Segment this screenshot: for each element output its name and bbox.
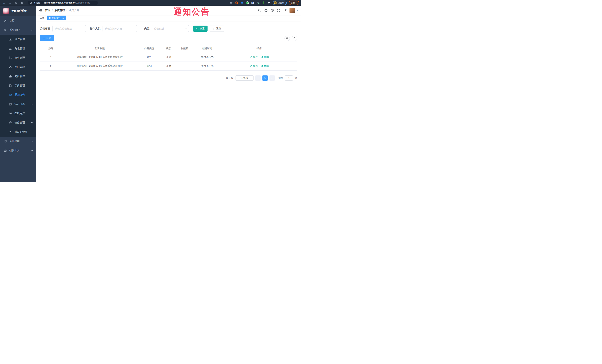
chevron-down-icon xyxy=(31,149,33,152)
edit-pencil-icon xyxy=(249,64,252,67)
breadcrumb-separator: / xyxy=(52,9,53,12)
edit-link[interactable]: 修改 xyxy=(249,55,258,59)
search-icon xyxy=(286,37,288,40)
close-icon[interactable]: × xyxy=(62,17,64,19)
app-logo[interactable]: 芋道管理系统 xyxy=(0,6,36,16)
sidebar-item-错误码管理[interactable]: 错误码管理 xyxy=(0,127,36,137)
help-icon[interactable] xyxy=(271,9,274,12)
address-bar[interactable]: 不安全 | dashboard.yudao.iocoder.cn/system/… xyxy=(28,1,98,5)
tag-label: 首页 xyxy=(40,17,44,20)
security-label: 不安全 xyxy=(34,1,40,4)
green-circle-extension-icon[interactable] xyxy=(246,1,249,4)
home-icon xyxy=(21,1,23,4)
browser-update-button[interactable]: 更新 ••• xyxy=(289,0,299,5)
puzzle-extensions-icon[interactable] xyxy=(267,1,271,4)
browser-profile-chip[interactable]: 已暂停 xyxy=(273,0,287,5)
sidebar-item-基础设施[interactable]: 基础设施 xyxy=(0,137,36,146)
type-filter-select[interactable] xyxy=(152,25,189,32)
header-search-icon[interactable] xyxy=(258,9,261,12)
app-title: 芋道管理系统 xyxy=(11,9,27,13)
sidebar-item-短信管理[interactable]: 短信管理 xyxy=(0,118,36,127)
blue-diamond-extension-icon[interactable] xyxy=(251,1,254,4)
browser-back-button[interactable]: ← xyxy=(2,0,7,5)
sidebar-item-角色管理[interactable]: 角色管理 xyxy=(0,44,36,53)
goto-page-input[interactable] xyxy=(285,75,293,81)
sidebar-collapse-icon[interactable] xyxy=(39,9,42,12)
edit-link[interactable]: 修改 xyxy=(249,64,258,67)
font-size-icon[interactable]: тT xyxy=(283,9,287,12)
sidebar-item-研发工具[interactable]: 研发工具 xyxy=(0,146,36,155)
page-number-button[interactable]: 1 xyxy=(262,75,268,81)
breadcrumb-item-首页[interactable]: 首页 xyxy=(45,9,50,12)
search-button[interactable]: 搜索 xyxy=(193,26,207,32)
tools-icon xyxy=(4,149,7,152)
prev-page-button[interactable]: ‹ xyxy=(255,75,261,81)
tag-通知公告[interactable]: 通知公告× xyxy=(47,16,66,21)
orange-ring-extension-icon[interactable] xyxy=(235,1,238,4)
switch-on-extension-icon[interactable]: on xyxy=(257,1,260,4)
add-button[interactable]: 新增 xyxy=(40,35,54,41)
profile-status-label: 已暂停 xyxy=(278,1,284,4)
forward-arrow-icon: → xyxy=(9,1,12,4)
sidebar-item-首页[interactable]: 首页 xyxy=(0,16,36,25)
title-filter-label: 公告标题 xyxy=(40,27,50,30)
green-leaf-extension-icon[interactable] xyxy=(262,1,265,4)
browser-home-button[interactable] xyxy=(20,0,24,5)
fullscreen-icon[interactable] xyxy=(277,9,280,12)
sidebar-item-在线用户[interactable]: 在线用户 xyxy=(0,109,36,118)
kebab-menu-icon[interactable]: ••• xyxy=(297,1,297,4)
sidebar-item-岗位管理[interactable]: 岗位管理 xyxy=(0,72,36,81)
sidebar-item-label: 首页 xyxy=(9,19,14,22)
cell-created: 2021-01-05 xyxy=(193,62,221,70)
browser-reload-button[interactable] xyxy=(14,0,19,5)
sidebar-item-label: 短信管理 xyxy=(14,121,25,124)
browser-forward-button[interactable]: → xyxy=(8,0,13,5)
operator-filter-input[interactable] xyxy=(103,25,137,32)
delete-link[interactable]: 删除 xyxy=(260,64,269,67)
search-icon xyxy=(196,27,199,30)
sidebar-item-通知公告[interactable]: 通知公告 xyxy=(0,90,36,100)
chevron-down-icon[interactable]: ▾ xyxy=(297,9,298,11)
sidebar-item-字典管理[interactable]: 字典管理 xyxy=(0,81,36,90)
sidebar-item-label: 通知公告 xyxy=(14,93,25,97)
column-header-创建时间: 创建时间 xyxy=(193,44,221,53)
sidebar-item-审计日志[interactable]: 审计日志 xyxy=(0,100,36,109)
toggle-search-button[interactable] xyxy=(284,36,290,41)
title-filter-input[interactable] xyxy=(53,25,86,32)
svg-text:on: on xyxy=(258,3,259,4)
sidebar-item-系统管理[interactable]: 系统管理 xyxy=(0,25,36,35)
cell-title: 温馨提醒：2018-07-01 若依新版本发布啦 xyxy=(62,53,138,62)
user-avatar[interactable] xyxy=(290,8,295,13)
tag-首页[interactable]: 首页 xyxy=(38,16,46,21)
operator-filter-label: 操作人员 xyxy=(90,27,100,30)
message-icon xyxy=(9,94,12,96)
sidebar-item-菜单管理[interactable]: 菜单管理 xyxy=(0,53,36,62)
sidebar-item-label: 在线用户 xyxy=(14,112,25,115)
cell-actions: 修改删除 xyxy=(221,53,297,62)
sidebar-item-label: 菜单管理 xyxy=(14,56,25,60)
sidebar-item-部门管理[interactable]: 部门管理 xyxy=(0,62,36,72)
sidebar-item-label: 部门管理 xyxy=(14,65,25,69)
chevron-down-icon xyxy=(31,140,33,143)
github-icon[interactable] xyxy=(264,9,268,12)
table-row: 2维护通知：2018-07-01 若依系统凌晨维护通知开启2021-01-05修… xyxy=(40,62,297,70)
breadcrumb-item-系统管理[interactable]: 系统管理 xyxy=(54,9,65,12)
delete-link[interactable]: 删除 xyxy=(260,55,269,59)
sidebar-item-用户管理[interactable]: 用户管理 xyxy=(0,35,36,44)
top-navbar: 首页/系统管理/通知公告 тT ▾ xyxy=(36,6,301,15)
breadcrumb-item-通知公告: 通知公告 xyxy=(69,9,79,12)
org-tree-icon xyxy=(9,66,12,69)
location-pin-extension-icon[interactable] xyxy=(240,1,244,4)
warning-triangle-icon xyxy=(30,2,32,4)
next-page-button[interactable]: › xyxy=(269,75,275,81)
post-icon xyxy=(9,75,12,78)
chevron-left-icon: ‹ xyxy=(258,77,258,79)
page-size-select[interactable]: 10条/页 xyxy=(236,75,254,81)
reset-button[interactable]: 重置 xyxy=(210,26,224,32)
bookmark-star-icon[interactable] xyxy=(230,1,233,4)
type-select-input[interactable] xyxy=(152,25,189,32)
cell-status: 开启 xyxy=(161,62,176,70)
address-divider: | xyxy=(42,1,42,4)
table-row: 1温馨提醒：2018-07-01 若依新版本发布啦公告开启2021-01-05修… xyxy=(40,53,297,62)
refresh-table-button[interactable] xyxy=(292,36,297,41)
